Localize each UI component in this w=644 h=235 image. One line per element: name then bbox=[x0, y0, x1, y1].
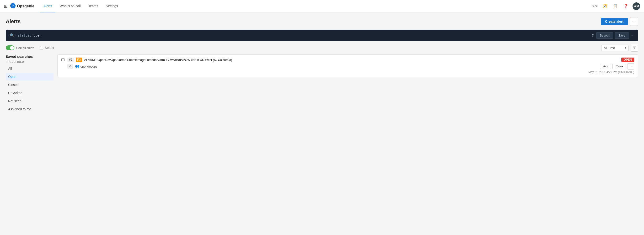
sidebar-heading: Saved searches bbox=[6, 54, 54, 58]
toggle-label: See all alerts bbox=[16, 46, 34, 50]
alert-row-secondary: x1 👥 opendevops Ack Close ··· bbox=[62, 63, 634, 70]
page-title: Alerts bbox=[6, 18, 601, 24]
logo-text: Opsgenie bbox=[17, 4, 34, 8]
team-icon: 👥 bbox=[75, 64, 80, 68]
alerts-header: Alerts Create alert ··· bbox=[6, 17, 638, 26]
toolbar: See all alerts Select All Time Last 1 ho… bbox=[6, 44, 638, 52]
alert-title[interactable]: ALARM: "OpenDevOpsAlarms-SubmitImageLamb… bbox=[84, 58, 620, 62]
nav-item-who-is-on-call[interactable]: Who is on-call bbox=[56, 0, 84, 12]
table-row: #9 P3 ALARM: "OpenDevOpsAlarms-SubmitIma… bbox=[57, 54, 638, 77]
query-key: status: bbox=[18, 34, 32, 37]
select-all-checkbox[interactable] bbox=[40, 46, 43, 50]
alltime-wrap: All Time Last 1 hour Last 24 hours Last … bbox=[601, 45, 629, 51]
sidebar-section-title: PREDEFINED bbox=[6, 60, 54, 63]
grid-icon[interactable]: ⊞ bbox=[4, 4, 8, 9]
alert-count: x1 bbox=[67, 64, 73, 68]
alert-row-primary: #9 P3 ALARM: "OpenDevOpsAlarms-SubmitIma… bbox=[62, 58, 634, 62]
search-bar: {🔍} status: open ? Search Save ··· bbox=[6, 30, 638, 41]
nav-item-alerts[interactable]: Alerts bbox=[40, 0, 56, 12]
save-search-button[interactable]: Save bbox=[614, 32, 629, 39]
query-val: open bbox=[34, 34, 42, 37]
sidebar-item-open[interactable]: Open bbox=[6, 73, 54, 80]
search-query-icon: {🔍} bbox=[8, 33, 16, 38]
alert-team-name: opendevops bbox=[80, 65, 98, 68]
alert-more-button[interactable]: ··· bbox=[628, 63, 634, 70]
alert-team: 👥 opendevops bbox=[75, 64, 598, 68]
search-help-button[interactable]: ? bbox=[592, 34, 594, 37]
nav-avatar[interactable]: WM bbox=[632, 2, 640, 10]
select-label: Select bbox=[45, 46, 54, 50]
alert-checkbox[interactable] bbox=[62, 58, 64, 62]
svg-point-1 bbox=[12, 5, 14, 6]
filter-icon-button[interactable] bbox=[630, 44, 638, 52]
search-more-button[interactable]: ··· bbox=[630, 33, 636, 38]
alert-actions: Ack Close ··· bbox=[600, 63, 634, 70]
sidebar-item-all[interactable]: All bbox=[6, 65, 54, 72]
alert-status-badge: OPEN bbox=[621, 58, 634, 62]
toolbar-right: All Time Last 1 hour Last 24 hours Last … bbox=[601, 44, 638, 52]
nav-item-teams[interactable]: Teams bbox=[85, 0, 102, 12]
opsgenie-logo-icon bbox=[10, 3, 16, 9]
nav-compass-button[interactable]: 🧭 bbox=[601, 2, 609, 10]
sidebar-item-closed[interactable]: Closed bbox=[6, 81, 54, 88]
toggle-circle bbox=[10, 46, 14, 50]
search-query-display[interactable]: status: open bbox=[18, 34, 592, 37]
alert-number: #9 bbox=[67, 58, 74, 62]
ack-button[interactable]: Ack bbox=[600, 64, 611, 69]
create-alert-button[interactable]: Create alert bbox=[601, 18, 628, 25]
see-all-alerts-toggle-wrap: See all alerts bbox=[6, 46, 34, 50]
page-more-button[interactable]: ··· bbox=[630, 17, 638, 26]
nav-percent: 33% bbox=[592, 4, 598, 8]
alert-priority-badge: P3 bbox=[76, 58, 82, 62]
sidebar: Saved searches PREDEFINED All Open Close… bbox=[6, 54, 54, 114]
nav-clipboard-button[interactable]: 📋 bbox=[612, 2, 619, 10]
alert-timestamp: May 21, 2021 4:29 PM (GMT-07:00) bbox=[62, 70, 634, 74]
top-nav: ⊞ Opsgenie Alerts Who is on-call Teams S… bbox=[0, 0, 644, 12]
nav-right: 33% 🧭 📋 ❓ WM bbox=[592, 2, 640, 10]
nav-help-button[interactable]: ❓ bbox=[622, 2, 630, 10]
sidebar-item-not-seen[interactable]: Not seen bbox=[6, 97, 54, 105]
alert-list: #9 P3 ALARM: "OpenDevOpsAlarms-SubmitIma… bbox=[57, 54, 638, 114]
sidebar-item-assigned-to-me[interactable]: Assigned to me bbox=[6, 105, 54, 113]
select-wrap: Select bbox=[40, 46, 54, 50]
sidebar-item-unacked[interactable]: Un'Acked bbox=[6, 89, 54, 97]
nav-items: Alerts Who is on-call Teams Settings bbox=[40, 0, 592, 12]
content-area: Saved searches PREDEFINED All Open Close… bbox=[6, 54, 638, 114]
see-all-alerts-toggle[interactable] bbox=[6, 46, 14, 50]
search-button[interactable]: Search bbox=[596, 32, 613, 39]
main-container: Alerts Create alert ··· {🔍} status: open… bbox=[0, 12, 644, 118]
alltime-select[interactable]: All Time Last 1 hour Last 24 hours Last … bbox=[601, 45, 629, 51]
nav-item-settings[interactable]: Settings bbox=[102, 0, 121, 12]
close-button[interactable]: Close bbox=[612, 64, 626, 69]
nav-logo[interactable]: Opsgenie bbox=[10, 3, 34, 9]
